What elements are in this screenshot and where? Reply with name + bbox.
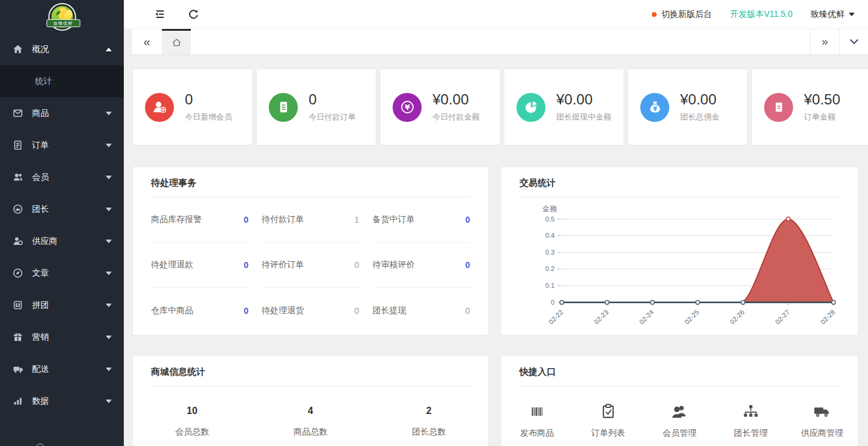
svg-text:02-26: 02-26 — [728, 308, 745, 325]
stat-value: ¥0.00 — [556, 92, 611, 107]
mall-stats-grid: 10 会员总数 4 商品总数 2 团长总数 — [133, 386, 488, 438]
bar-chart-icon — [12, 396, 23, 407]
sidebar-item-label: 团长 — [32, 204, 106, 215]
quick-entry-leader-manage[interactable]: 团长管理 — [715, 402, 786, 439]
quick-entry-publish-goods[interactable]: 发布商品 — [501, 402, 573, 439]
quick-entry-member-manage[interactable]: 会员管理 — [644, 402, 715, 439]
svg-text:0.4: 0.4 — [545, 232, 555, 239]
pending-value[interactable]: 0 — [465, 260, 470, 270]
pending-value[interactable]: 0 — [244, 215, 249, 225]
brand-logo: 致臻优鲜 — [0, 0, 124, 33]
stat-value: 0 — [309, 92, 356, 107]
goods-icon — [12, 108, 23, 119]
stat-label: 订单金额 — [804, 112, 840, 123]
svg-text:02-28: 02-28 — [819, 308, 836, 325]
dev-version-link[interactable]: 开发版本V11.5.0 — [730, 9, 792, 20]
next-menu-item-partial-icon — [36, 444, 45, 446]
account-dropdown[interactable]: 致臻优鲜 — [811, 9, 855, 20]
refresh-icon[interactable] — [187, 8, 200, 21]
chevron-down-icon — [106, 112, 112, 115]
quick-entry-label: 订单列表 — [573, 428, 644, 439]
pending-value[interactable]: 0 — [355, 306, 359, 316]
pending-label: 待评价订单 — [262, 260, 304, 270]
tab-home[interactable] — [162, 29, 191, 54]
sidebar-item-articles[interactable]: 文章 — [0, 257, 124, 289]
svg-text:02-22: 02-22 — [547, 308, 564, 325]
sidebar-item-suppliers[interactable]: 供应商 — [0, 225, 124, 257]
sitemap-icon — [715, 402, 786, 421]
sidebar: 致臻优鲜 概况 统计 商品 订单 — [0, 0, 124, 446]
mall-stat: 4 商品总数 — [251, 406, 370, 438]
svg-text:0.1: 0.1 — [545, 282, 555, 289]
pending-cell: 待审核评价0 — [373, 243, 470, 288]
mall-stat-label: 团长总数 — [370, 427, 488, 438]
pending-grid: 商品库存报警0 待付款订单1 备货中订单0 待处理退款0 待评价订单0 待审核评… — [133, 197, 488, 333]
member-icon — [12, 172, 23, 183]
account-name: 致臻优鲜 — [811, 9, 844, 20]
mall-stat-value: 10 — [133, 406, 251, 416]
sidebar-item-label: 拼团 — [32, 300, 106, 311]
stat-card: ¥ ¥0.00 今日付款金额 — [381, 69, 500, 145]
chevron-down-icon — [849, 36, 858, 44]
sidebar-subitem-statistics[interactable]: 统计 — [0, 65, 124, 97]
sidebar-item-data[interactable]: 数据 — [0, 385, 124, 417]
pending-cell: 待付款订单1 — [262, 197, 359, 243]
pending-value[interactable]: 0 — [244, 306, 249, 316]
quick-entry-supplier-manage[interactable]: 供应商管理 — [786, 402, 858, 439]
stat-label: 团长总佣金 — [680, 112, 719, 123]
barcode-icon — [501, 402, 573, 421]
mall-stats-panel: 商城信息统计 10 会员总数 4 商品总数 2 团长总数 — [133, 356, 488, 446]
pending-value[interactable]: 0 — [244, 260, 249, 270]
pending-value[interactable]: 1 — [355, 215, 359, 225]
gift-icon — [12, 332, 23, 343]
panels-row-2: 商城信息统计 10 会员总数 4 商品总数 2 团长总数 — [133, 356, 858, 446]
collapse-sidebar-button[interactable] — [153, 8, 166, 21]
sidebar-item-members[interactable]: 会员 — [0, 161, 124, 193]
stat-card: ¥0.50 订单金额 — [752, 69, 868, 145]
sidebar-item-leaders[interactable]: 团长 — [0, 193, 124, 225]
header-right-cluster: 切换新版后台 开发版本V11.5.0 致臻优鲜 — [634, 9, 855, 20]
sidebar-item-label: 订单 — [32, 140, 106, 151]
sidebar-item-overview[interactable]: 概况 — [0, 33, 124, 65]
sidebar-item-goods[interactable]: 商品 — [0, 97, 124, 129]
pending-value[interactable]: 0 — [465, 215, 470, 225]
tabs-scroll-left-button[interactable]: « — [132, 29, 162, 54]
pending-cell: 备货中订单0 — [373, 197, 470, 243]
svg-text:0.2: 0.2 — [545, 265, 555, 272]
stat-text: 0 今日付款订单 — [309, 92, 356, 123]
clipboard-check-icon — [573, 402, 644, 421]
mall-stat-label: 商品总数 — [251, 427, 370, 438]
chevron-down-icon — [106, 144, 112, 147]
svg-text:02-23: 02-23 — [593, 308, 609, 325]
tabs-scroll-right-button[interactable]: » — [810, 29, 839, 54]
svg-text:02-24: 02-24 — [638, 308, 655, 325]
stat-text: ¥0.00 今日付款金额 — [432, 92, 480, 123]
chevron-down-icon — [106, 304, 112, 307]
home-outline-icon — [172, 37, 182, 48]
leader-icon — [12, 204, 23, 215]
svg-text:0: 0 — [551, 299, 555, 306]
pending-tasks-panel: 待处理事务 商品库存报警0 待付款订单1 备货中订单0 待处理退款0 待评价订单… — [133, 167, 488, 335]
pending-value[interactable]: 0 — [355, 260, 359, 270]
truck-icon — [786, 402, 858, 421]
trade-area-chart: 金额00.10.20.30.40.502-2202-2302-2402-2502… — [501, 197, 858, 331]
dashboard-page: { "brand": { "logo_text": "致臻优鲜" }, "sid… — [0, 0, 868, 446]
sidebar-item-label: 商品 — [32, 108, 106, 119]
pending-value[interactable]: 0 — [465, 306, 470, 316]
tabs-dropdown-button[interactable] — [839, 29, 868, 54]
switch-new-admin-link[interactable]: 切换新版后台 — [652, 9, 712, 20]
sidebar-item-marketing[interactable]: 营销 — [0, 321, 124, 353]
mall-stat: 2 团长总数 — [370, 406, 488, 438]
quick-entry-order-list[interactable]: 订单列表 — [573, 402, 644, 439]
sidebar-item-delivery[interactable]: 配送 — [0, 353, 124, 385]
stat-text: ¥0.00 团长总佣金 — [680, 92, 719, 123]
orange-dot-icon — [652, 12, 657, 17]
pending-label: 待处理退货 — [262, 305, 304, 316]
users-icon — [644, 402, 715, 421]
pending-cell: 待处理退货0 — [262, 288, 359, 333]
sidebar-item-orders[interactable]: 订单 — [0, 129, 124, 161]
sidebar-item-label: 会员 — [32, 172, 106, 183]
stat-value: ¥0.50 — [804, 92, 840, 107]
mall-stat: 10 会员总数 — [133, 406, 251, 438]
sidebar-item-groupbuy[interactable]: 拼团 — [0, 289, 124, 321]
